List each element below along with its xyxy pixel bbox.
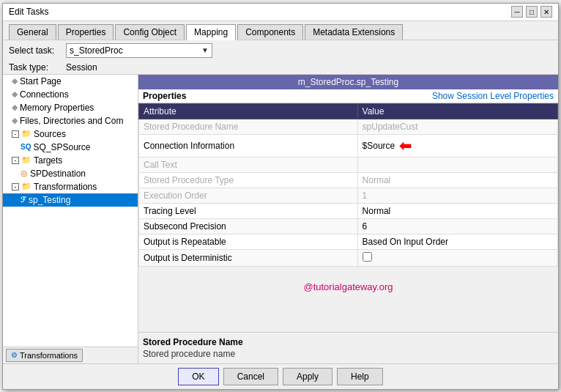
tree-item-label: Start Page [20,76,62,86]
tree-memory-properties[interactable]: ◆ Memory Properties [3,101,138,114]
help-button[interactable]: Help [337,368,383,385]
right-bottom-section: Stored Procedure Name Stored procedure n… [138,332,558,363]
tab-metadata-extensions[interactable]: Metadata Extensions [305,24,403,40]
attribute-cell: Execution Order [139,188,358,203]
connection-value: $Source [363,141,395,151]
table-row: Tracing Level Normal [139,203,558,218]
value-cell[interactable]: 1 [357,188,557,203]
tree-transformations[interactable]: - 📁 Transformations [3,180,138,193]
sql-icon: SQ [21,143,31,151]
bottom-title: Stored Procedure Name [143,337,554,347]
window-title: Edit Tasks [9,7,48,17]
properties-header-row: Properties Show Session Level Properties [138,89,558,103]
tree-sq-spsource[interactable]: SQ SQ_SPSource [3,141,138,154]
apply-button[interactable]: Apply [283,368,332,385]
expand-targets-button[interactable]: - [12,157,19,164]
panel-title: m_StoredProc.sp_Testing [138,75,558,89]
attribute-cell: Tracing Level [139,203,358,218]
diamond-icon: ◆ [12,116,18,125]
footer-buttons: OK Cancel Apply Help [3,363,558,389]
table-row: Output is Deterministic [139,249,558,266]
properties-table: Attribute Value Stored Procedure Name sp… [138,103,558,267]
tab-mapping[interactable]: Mapping [186,24,236,40]
attribute-cell: Call Text [139,157,358,172]
tab-properties[interactable]: Properties [58,24,114,40]
connection-value-cell: $Source ⬅ [363,137,553,155]
properties-table-container: Attribute Value Stored Procedure Name sp… [138,103,558,332]
checkbox-cell[interactable] [357,249,557,266]
select-task-row: Select task: s_StoredProc ▼ [3,40,558,61]
diamond-icon: ◆ [12,103,18,112]
diamond-icon: ◆ [12,76,18,86]
tree-files-directories[interactable]: ◆ Files, Directories and Com [3,114,138,127]
tree-item-label: Memory Properties [20,103,94,113]
value-cell[interactable]: $Source ⬅ [357,134,557,157]
maximize-button[interactable]: □ [526,6,538,18]
tree-item-label: Connections [20,89,69,100]
folder-open-icon: 📁 [21,182,31,191]
show-session-level-link[interactable]: Show Session Level Properties [432,91,554,101]
table-row: Stored Procedure Type Normal [139,172,558,188]
tree-item-label: Sources [34,129,66,139]
select-task-dropdown[interactable]: s_StoredProc ▼ [66,43,212,58]
attribute-cell: Connection Information [139,134,358,157]
watermark: @tutorialgateway.org [138,267,558,300]
folder-open-icon: 📁 [21,129,31,138]
folder-open-icon: 📁 [21,155,31,165]
value-cell[interactable]: 6 [357,218,557,234]
deterministic-checkbox[interactable] [363,252,372,262]
transformations-button[interactable]: ⚙ Transformations [6,349,83,362]
ok-button[interactable]: OK [178,368,218,385]
left-panel: ◆ Start Page ◆ Connections ◆ Memory Prop… [3,75,138,363]
select-task-label: Select task: [9,45,60,56]
transform-btn-icon: ⚙ [11,351,18,359]
edit-tasks-window: Edit Tasks ─ □ ✕ General Properties Conf… [2,3,559,390]
close-button[interactable]: ✕ [540,6,552,18]
tree-sp-testing[interactable]: ℱ sp_Testing [3,193,138,207]
table-row: Call Text [139,157,558,172]
tab-bar: General Properties Config Object Mapping… [3,21,558,40]
cancel-button[interactable]: Cancel [223,368,278,385]
title-bar-left: Edit Tasks [9,7,48,17]
table-row: Subsecond Precision 6 [139,218,558,234]
tab-components[interactable]: Components [237,24,303,40]
value-cell[interactable]: Normal [357,172,557,188]
task-type-label: Task type: [9,62,60,73]
tree-spacer [3,207,138,347]
expand-transformations-button[interactable]: - [12,183,19,191]
value-cell[interactable]: Based On Input Order [357,234,557,249]
tree-item-label: Targets [34,155,62,166]
right-panel: m_StoredProc.sp_Testing Properties Show … [138,75,558,363]
table-header-row: Attribute Value [139,103,558,119]
table-row: Connection Information $Source ⬅ [139,134,558,157]
value-cell[interactable]: Normal [357,203,557,218]
transform-btn-label: Transformations [20,351,78,360]
tree-item-label: SPDestination [30,169,86,179]
tree-item-label: Files, Directories and Com [20,116,123,126]
tree-spdestination[interactable]: ◎ SPDestination [3,167,138,180]
bottom-desc: Stored procedure name [143,349,554,359]
table-row: Stored Procedure Name spUpdateCust [139,119,558,134]
task-dropdown-value: s_StoredProc [70,45,123,56]
title-bar: Edit Tasks ─ □ ✕ [3,4,558,21]
attribute-cell: Output is Repeatable [139,234,358,249]
expand-sources-button[interactable]: - [12,130,19,138]
table-row: Execution Order 1 [139,188,558,203]
tree-targets[interactable]: - 📁 Targets [3,154,138,167]
diamond-icon: ◆ [12,89,18,99]
title-bar-controls: ─ □ ✕ [511,6,552,18]
task-type-row: Task type: Session [3,61,558,74]
value-cell[interactable]: spUpdateCust [357,119,557,134]
tree-item-label: Transformations [34,182,97,192]
tree-item-label: sp_Testing [29,195,70,205]
tree-sources[interactable]: - 📁 Sources [3,127,138,141]
minimize-button[interactable]: ─ [511,6,523,18]
tab-general[interactable]: General [9,24,56,40]
attribute-header: Attribute [139,103,358,119]
value-cell[interactable] [357,157,557,172]
tree-start-page[interactable]: ◆ Start Page [3,75,138,88]
attribute-cell: Stored Procedure Name [139,119,358,134]
main-content: ◆ Start Page ◆ Connections ◆ Memory Prop… [3,74,558,363]
tree-connections[interactable]: ◆ Connections [3,88,138,101]
tab-config-object[interactable]: Config Object [115,24,185,40]
